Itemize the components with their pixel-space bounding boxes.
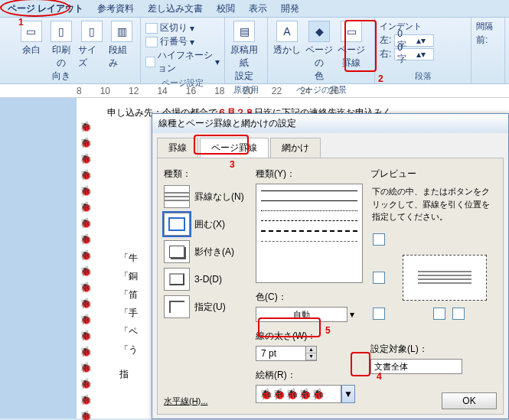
tab-mailings[interactable]: 差し込み文書: [148, 2, 203, 15]
dialog-tab-shading[interactable]: 網かけ: [270, 138, 321, 158]
ribbon: ▭余白 ▯印刷の 向き ▯サイズ ▥段組み 区切り▾ 行番号▾ ハイフネーション…: [0, 17, 509, 84]
page-border-art-left: 🐞🐞🐞🐞🐞🐞🐞🐞🐞🐞🐞🐞🐞🐞🐞🐞🐞🐞🐞: [80, 121, 92, 420]
line-numbers-button[interactable]: 行番号▾: [145, 35, 220, 48]
width-label: 線の太さ(W)：: [256, 330, 363, 343]
manuscript-paper-button[interactable]: ▤原稿用紙 設定: [230, 21, 259, 83]
size-button[interactable]: ▯サイズ: [78, 21, 105, 83]
spacing-before-label: 前:: [476, 34, 488, 47]
annotation-4: 4: [377, 371, 382, 382]
preview-right-button[interactable]: [452, 308, 465, 320]
tab-view[interactable]: 表示: [249, 2, 267, 15]
hyphenation-button[interactable]: ハイフネーション▾: [145, 49, 220, 75]
indent-right-label: 右:: [380, 47, 391, 60]
borders-dialog: 線種とページ罫線と網かけの設定 罫線 ページ罫線 網かけ 種類： 罫線なし(N)…: [152, 113, 509, 419]
indent-label: インデント: [380, 21, 466, 32]
setting-custom[interactable]: 指定(U): [164, 295, 248, 318]
margins-button[interactable]: ▭余白: [18, 21, 44, 83]
ok-button[interactable]: OK: [442, 392, 497, 409]
horizontal-line-link[interactable]: 水平線(H)...: [164, 396, 207, 407]
page-borders-button[interactable]: ▭ページ 罫線: [337, 21, 366, 83]
tab-page-layout[interactable]: ページ レイアウト: [8, 2, 83, 15]
annotation-2: 2: [378, 73, 383, 84]
setting-none[interactable]: 罫線なし(N): [164, 185, 248, 208]
group-page-background: ページの背景: [272, 84, 370, 96]
watermark-button[interactable]: A透かし: [272, 21, 302, 83]
page-color-button[interactable]: ◆ページの 色: [305, 21, 334, 83]
indent-right-input[interactable]: 0 字▴▾: [394, 48, 434, 60]
orientation-button[interactable]: ▯印刷の 向き: [48, 21, 75, 83]
columns-button[interactable]: ▥段組み: [109, 21, 135, 83]
dialog-title: 線種とページ罫線と網かけの設定: [152, 114, 508, 133]
target-label: 設定対象(L)：: [370, 343, 497, 356]
setting-label: 種類：: [164, 168, 248, 181]
dialog-tab-borders[interactable]: 罫線: [157, 138, 198, 158]
annotation-1: 1: [18, 17, 24, 28]
tab-references[interactable]: 参考資料: [97, 2, 134, 15]
group-paragraph: 段落: [380, 70, 466, 82]
color-select[interactable]: 自動: [256, 307, 347, 322]
apply-to-select[interactable]: 文書全体: [370, 359, 462, 374]
preview-mid-button[interactable]: [433, 308, 445, 320]
tab-developer[interactable]: 開発: [281, 2, 299, 15]
color-label: 色(C)：: [256, 291, 363, 304]
line-style-list[interactable]: [256, 184, 363, 283]
setting-box[interactable]: 囲む(X): [164, 213, 248, 236]
preview-hint: 下の絵の中、またはボタンをクリックして、罫線を引く位置を指定してください。: [370, 184, 497, 225]
art-label: 絵柄(R)：: [256, 369, 363, 382]
breaks-button[interactable]: 区切り▾: [145, 21, 220, 34]
annotation-5: 5: [325, 325, 331, 336]
dialog-tab-page-border[interactable]: ページ罫線: [200, 138, 269, 158]
tab-review[interactable]: 校閲: [217, 2, 235, 15]
annotation-3: 3: [230, 159, 235, 170]
preview-box: [403, 255, 487, 301]
indent-left-label: 左:: [380, 34, 391, 47]
ribbon-tabbar: ページ レイアウト 参考資料 差し込み文書 校閲 表示 開発: [0, 0, 509, 17]
setting-3d[interactable]: 3-D(D): [164, 268, 248, 291]
setting-shadow[interactable]: 影付き(A): [164, 240, 248, 263]
preview-top-button[interactable]: [373, 233, 385, 246]
spacing-label: 間隔: [476, 21, 500, 32]
preview-bottom-button[interactable]: [373, 308, 385, 320]
preview-label: プレビュー: [370, 168, 497, 181]
line-width-input[interactable]: 7 pt▲▼: [256, 346, 317, 361]
preview-left-button[interactable]: [373, 272, 385, 284]
style-label: 種類(Y)：: [256, 168, 363, 181]
